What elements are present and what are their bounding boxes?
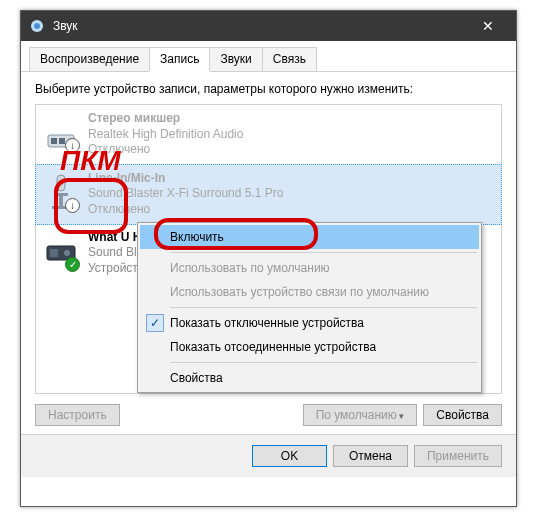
ctx-enable[interactable]: Включить xyxy=(140,225,479,249)
window-title: Звук xyxy=(53,19,468,33)
ctx-set-default[interactable]: Использовать по умолчанию xyxy=(140,256,479,280)
device-status: Отключено xyxy=(88,202,493,218)
device-item[interactable]: ↓ Line-In/Mic-In Sound Blaster X-Fi Surr… xyxy=(35,164,502,225)
ctx-separator xyxy=(170,307,477,308)
svg-rect-4 xyxy=(59,138,65,144)
device-item[interactable]: ↓ Стерео микшер Realtek High Definition … xyxy=(36,105,501,165)
check-icon: ✓ xyxy=(146,314,164,332)
device-name: Стерео микшер xyxy=(88,111,493,127)
device-desc: Sound Blaster X-Fi Surround 5.1 Pro xyxy=(88,186,493,202)
tab-comm[interactable]: Связь xyxy=(262,47,317,71)
ctx-separator xyxy=(170,362,477,363)
list-buttons: Настроить По умолчанию Свойства xyxy=(21,394,516,434)
dialog-buttons: OK Отмена Применить xyxy=(21,434,516,477)
apply-button[interactable]: Применить xyxy=(414,445,502,467)
configure-button[interactable]: Настроить xyxy=(35,404,120,426)
tab-sounds[interactable]: Звуки xyxy=(209,47,262,71)
cancel-button[interactable]: Отмена xyxy=(333,445,408,467)
ctx-set-comm-default[interactable]: Использовать устройство связи по умолчан… xyxy=(140,280,479,304)
ok-button[interactable]: OK xyxy=(252,445,327,467)
set-default-button[interactable]: По умолчанию xyxy=(303,404,418,426)
close-button[interactable]: ✕ xyxy=(468,18,508,34)
mixer-icon: ↓ xyxy=(44,111,78,151)
device-desc: Realtek High Definition Audio xyxy=(88,127,493,143)
svg-rect-6 xyxy=(57,175,65,191)
tab-recording[interactable]: Запись xyxy=(149,47,210,71)
ctx-properties[interactable]: Свойства xyxy=(140,366,479,390)
mic-icon: ↓ xyxy=(44,171,78,211)
svg-point-12 xyxy=(64,250,70,256)
svg-rect-11 xyxy=(50,249,58,257)
svg-point-1 xyxy=(34,23,40,29)
titlebar[interactable]: Звук ✕ xyxy=(21,11,516,41)
context-menu: Включить Использовать по умолчанию Испол… xyxy=(137,222,482,393)
device-info: Стерео микшер Realtek High Definition Au… xyxy=(88,111,493,158)
sound-app-icon xyxy=(29,18,45,34)
arrow-down-badge: ↓ xyxy=(65,198,80,213)
svg-rect-7 xyxy=(54,193,68,196)
check-badge: ✓ xyxy=(65,257,80,272)
device-info: Line-In/Mic-In Sound Blaster X-Fi Surrou… xyxy=(88,171,493,218)
instruction-text: Выберите устройство записи, параметры ко… xyxy=(21,72,516,104)
ctx-separator xyxy=(170,252,477,253)
svg-rect-3 xyxy=(51,138,57,144)
svg-rect-8 xyxy=(59,196,63,206)
soundcard-icon: ✓ xyxy=(44,230,78,270)
tab-strip: Воспроизведение Запись Звуки Связь xyxy=(21,41,516,72)
ctx-show-disconnected[interactable]: Показать отсоединенные устройства xyxy=(140,335,479,359)
tab-playback[interactable]: Воспроизведение xyxy=(29,47,150,71)
ctx-show-disabled[interactable]: ✓ Показать отключенные устройства xyxy=(140,311,479,335)
device-status: Отключено xyxy=(88,142,493,158)
arrow-down-badge: ↓ xyxy=(65,138,80,153)
device-properties-button[interactable]: Свойства xyxy=(423,404,502,426)
ctx-label: Показать отключенные устройства xyxy=(170,316,364,330)
device-name: Line-In/Mic-In xyxy=(88,171,493,187)
